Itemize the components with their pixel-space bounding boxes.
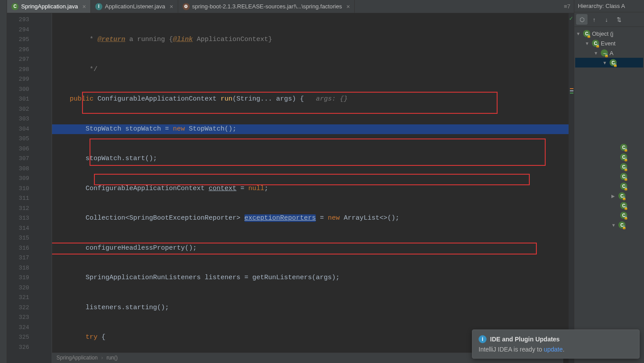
close-icon[interactable]: × bbox=[82, 3, 86, 10]
hierarchy-title: Hierarchy: Class A bbox=[574, 0, 644, 12]
tree-row[interactable]: C🔒 bbox=[575, 172, 643, 181]
class-icon: C🔒 bbox=[620, 202, 627, 209]
tree-row[interactable]: C🔒 bbox=[575, 162, 643, 172]
inspection-ok-icon: ✓ bbox=[569, 15, 573, 22]
class-hierarchy-button[interactable]: ⬡ bbox=[576, 14, 588, 25]
subtype-hierarchy-button[interactable]: ↓ bbox=[601, 14, 612, 25]
notification-title: IDE and Plugin Updates bbox=[490, 336, 560, 343]
class-icon: C🔒 bbox=[610, 59, 617, 66]
tree-label: Event bbox=[601, 40, 615, 47]
hierarchy-panel: Hierarchy: Class A ⬡ ↑ ↓ ⇅ ▼ C🔒 Object (… bbox=[574, 0, 644, 363]
hierarchy-toolbar: ⬡ ↑ ↓ ⇅ bbox=[574, 12, 644, 27]
hierarchy-tree[interactable]: ▼ C🔒 Object (j ▼ C🔒 Event ▼ →🔒 A ▼ C🔒 C🔒 bbox=[574, 27, 644, 363]
breadcrumb-class[interactable]: SpringApplication bbox=[56, 353, 97, 363]
class-icon: C🔒 bbox=[618, 192, 625, 199]
tree-row[interactable]: ▼ C🔒 Event bbox=[575, 38, 643, 48]
class-icon: C🔒 bbox=[618, 221, 625, 228]
code-editor[interactable]: * @return a running {@link ApplicationCo… bbox=[52, 13, 569, 363]
class-icon: C🔒 bbox=[583, 30, 590, 37]
tab-label: ApplicationListener.java bbox=[105, 3, 165, 10]
file-icon: ⚙ bbox=[183, 3, 190, 10]
sort-button[interactable]: ⇅ bbox=[613, 14, 625, 25]
chevron-right-icon: › bbox=[101, 353, 103, 363]
close-icon[interactable]: × bbox=[169, 3, 173, 10]
tab-label: spring-boot-2.1.3.RELEASE-sources.jar!\.… bbox=[192, 3, 342, 10]
fold-gutter bbox=[34, 13, 52, 363]
chevron-down-icon[interactable]: ▼ bbox=[585, 41, 590, 46]
class-icon: C🔒 bbox=[620, 163, 627, 170]
tree-row[interactable]: C🔒 bbox=[575, 152, 643, 162]
tab-application-listener[interactable]: I ApplicationListener.java × bbox=[91, 0, 178, 13]
tree-row[interactable]: C🔒 bbox=[575, 201, 643, 210]
class-icon: C🔒 bbox=[620, 212, 627, 219]
class-icon: C🔒 bbox=[620, 173, 627, 180]
tree-row[interactable]: ▼ C🔒 bbox=[575, 58, 643, 67]
breadcrumb-method[interactable]: run() bbox=[106, 353, 117, 363]
line-number-gutter: 2932942952962972982993003013023033043053… bbox=[7, 13, 34, 363]
class-icon: C🔒 bbox=[620, 153, 627, 161]
notification-body: IntelliJ IDEA is ready to update. bbox=[479, 346, 633, 353]
left-tool-strip[interactable] bbox=[0, 0, 7, 363]
tree-row[interactable]: ▼ →🔒 A bbox=[575, 48, 643, 58]
supertype-hierarchy-button[interactable]: ↑ bbox=[588, 14, 600, 25]
tabs-overflow[interactable]: ≡7 bbox=[560, 3, 574, 10]
tree-row[interactable]: ▼C🔒 bbox=[575, 220, 643, 230]
class-icon: C🔒 bbox=[592, 40, 599, 47]
class-icon: →🔒 bbox=[601, 49, 608, 56]
chevron-down-icon[interactable]: ▼ bbox=[603, 60, 608, 65]
tree-row[interactable]: ▶C🔒 bbox=[575, 191, 643, 201]
interface-icon: I bbox=[95, 3, 102, 10]
chevron-down-icon[interactable]: ▼ bbox=[594, 51, 599, 56]
error-stripe[interactable]: ✓ bbox=[569, 13, 574, 363]
editor-tabs: C SpringApplication.java × I Application… bbox=[7, 0, 574, 13]
tree-label: Object (j bbox=[592, 30, 613, 37]
tree-row[interactable]: C🔒 bbox=[575, 210, 643, 220]
tab-label: SpringApplication.java bbox=[21, 3, 78, 10]
tree-row[interactable]: C🔒 bbox=[575, 181, 643, 191]
tree-label: A bbox=[610, 50, 614, 56]
class-icon: C🔒 bbox=[620, 144, 627, 151]
tree-row[interactable]: ▼ C🔒 Object (j bbox=[575, 29, 643, 38]
notification-popup[interactable]: i IDE and Plugin Updates IntelliJ IDEA i… bbox=[472, 329, 640, 359]
close-icon[interactable]: × bbox=[346, 3, 350, 10]
info-icon: i bbox=[479, 335, 487, 343]
class-icon: C bbox=[11, 3, 19, 10]
chevron-down-icon[interactable]: ▼ bbox=[576, 31, 581, 36]
update-link[interactable]: update bbox=[544, 346, 563, 353]
tree-row[interactable]: C🔒 bbox=[575, 142, 643, 152]
tab-spring-application[interactable]: C SpringApplication.java × bbox=[7, 0, 91, 13]
tab-spring-factories[interactable]: ⚙ spring-boot-2.1.3.RELEASE-sources.jar!… bbox=[178, 0, 355, 13]
class-icon: C🔒 bbox=[620, 183, 627, 190]
